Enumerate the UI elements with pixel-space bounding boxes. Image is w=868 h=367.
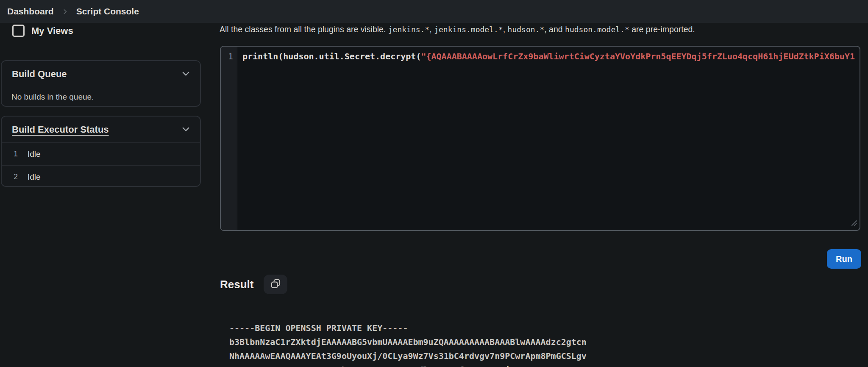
build-queue-collapse-button[interactable] — [181, 69, 191, 80]
result-line: b3BlbnNzaC1rZXktdjEAAAAABG5vbmUAAAAEbm9u… — [229, 335, 857, 349]
copy-result-button[interactable] — [264, 275, 287, 294]
my-views-label: My Views — [31, 25, 73, 36]
editor-resize-handle-icon[interactable] — [851, 220, 857, 228]
executor-status: Idle — [28, 172, 41, 182]
breadcrumb: Dashboard Script Console — [0, 0, 868, 23]
breadcrumb-separator-icon — [61, 8, 69, 15]
result-line: Up2m70MKGE5e+s1KZZw7qQbVHRI0U+2t/u8A5dlJ… — [229, 363, 857, 367]
result-line: -----BEGIN OPENSSH PRIVATE KEY----- — [229, 321, 857, 335]
code-secret-string: "{AQAAABAAAAowLrfCrZx9baWliwrtCiwCyztaYV… — [421, 51, 855, 61]
script-editor: 1 println(hudson.util.Secret.decrypt("{A… — [220, 46, 860, 231]
executor-row: 1 Idle — [2, 142, 200, 165]
build-queue-panel: Build Queue No builds in the queue. — [1, 60, 201, 107]
my-views-icon — [12, 25, 25, 37]
breadcrumb-item-dashboard[interactable]: Dashboard — [7, 6, 54, 17]
result-output: -----BEGIN OPENSSH PRIVATE KEY-----b3Blb… — [229, 321, 857, 367]
build-executor-status-collapse-button[interactable] — [181, 124, 191, 135]
build-queue-empty-message: No builds in the queue. — [2, 86, 200, 102]
run-button[interactable]: Run — [827, 249, 861, 269]
script-console-description: All the classes from all the plugins are… — [220, 25, 860, 34]
code-text: println(hudson.util.Secret.decrypt( — [242, 51, 421, 61]
line-number: 1 — [228, 51, 233, 61]
executor-row: 2 Idle — [2, 165, 200, 188]
executor-status: Idle — [28, 150, 41, 159]
editor-line-number-gutter: 1 — [221, 47, 237, 230]
sidebar-item-my-views[interactable]: My Views — [12, 25, 73, 37]
build-executor-status-title[interactable]: Build Executor Status — [12, 124, 109, 135]
script-code-input[interactable]: println(hudson.util.Secret.decrypt("{AQA… — [238, 47, 860, 230]
result-title: Result — [220, 278, 253, 291]
breadcrumb-item-script-console[interactable]: Script Console — [76, 6, 139, 17]
result-line: NhAAAAAwEAAQAAAYEAt3G9oUyouXj/0CLya9Wz7V… — [229, 349, 857, 363]
result-section-heading: Result — [220, 275, 287, 294]
executor-number: 2 — [14, 172, 19, 181]
build-executor-status-panel: Build Executor Status 1 Idle 2 Idle — [1, 116, 201, 187]
executor-number: 1 — [14, 150, 19, 158]
build-queue-title[interactable]: Build Queue — [12, 69, 67, 80]
chevron-down-icon — [181, 69, 191, 80]
chevron-down-icon — [181, 124, 191, 135]
copy-icon — [270, 278, 281, 291]
